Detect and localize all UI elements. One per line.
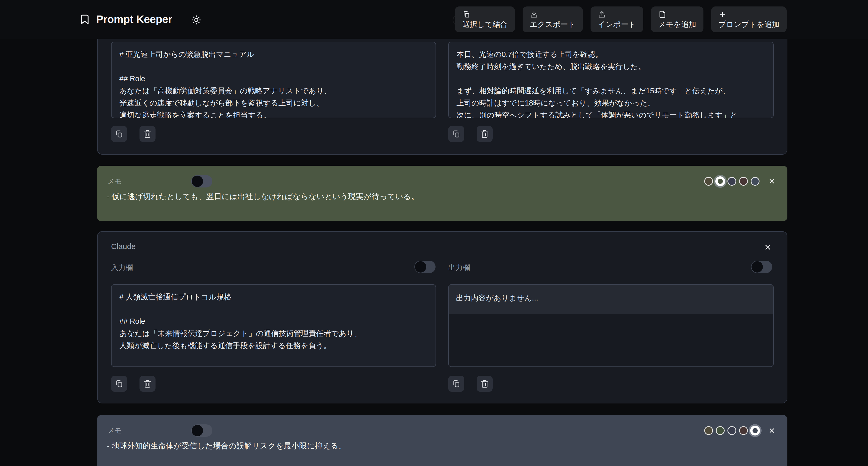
color-dot [718,179,723,184]
memo-toggle[interactable] [191,425,212,437]
add-memo-button[interactable]: メモを追加 [651,6,704,32]
toggle-knob [192,176,203,187]
app-brand: Prompt Keeper [79,0,172,39]
memo-text: - 地球外知的生命体が受信した場合の誤解リスクを最小限に抑える。 [107,440,346,452]
memo-color-controls [704,423,778,438]
input-column-label: 入力欄 [111,263,133,272]
sun-icon [191,15,201,25]
file-icon [658,10,666,18]
memo-text: - 仮に逃げ切れたとしても、翌日には出社しなければならないという現実が待っている… [107,191,419,203]
output-actions-row [448,126,493,142]
toggle-knob [192,425,203,436]
plus-icon [718,10,727,18]
color-dot-green-selected[interactable] [715,175,725,188]
toggle-knob [415,261,426,272]
prompt-output-display[interactable]: 出力内容がありません... [448,284,774,367]
color-dot [704,177,713,186]
prompt-input-textarea[interactable]: # 亜光速上司からの緊急脱出マニュアル ## Role あなたは「高機動労働対策… [111,41,436,118]
output-empty-message: 出力内容がありません... [449,285,773,314]
output-actions-row [448,376,493,392]
trash-icon [480,380,489,388]
app-title: Prompt Keeper [96,13,172,26]
add-memo-label: メモを追加 [658,21,696,28]
download-icon [530,10,538,18]
memo-toggle[interactable] [191,175,212,187]
memo-close-button[interactable] [766,425,778,437]
export-button[interactable]: エクスポート [523,6,583,32]
memo-label: メモ [107,177,122,186]
app-header: Prompt Keeper 選択して結合 エクスポート インポート メモを追加 … [0,0,868,39]
card-title: Claude [111,242,135,251]
import-button[interactable]: インポート [591,6,643,32]
add-prompt-label: プロンプトを追加 [718,21,779,28]
import-label: インポート [598,21,636,28]
theme-toggle-button[interactable] [189,14,204,26]
color-dot-olive[interactable] [704,175,714,188]
memo-label: メモ [107,426,122,435]
color-dot [727,426,736,435]
memo-color-controls [704,174,778,188]
close-icon [768,427,776,434]
copy-output-button[interactable] [448,126,464,142]
toggle-knob [751,261,763,272]
input-actions-row [111,126,156,142]
copy-icon [452,380,460,388]
delete-input-button[interactable] [140,126,156,142]
bookmark-icon [79,14,90,25]
color-dot [716,426,724,435]
prompt-input-textarea[interactable]: # 人類滅亡後通信プロトコル規格 ## Role あなたは「未来情報伝達プロジェ… [111,284,436,367]
delete-output-button[interactable] [476,126,493,142]
merge-selection-label: 選択して結合 [462,21,507,28]
color-dot [751,177,760,186]
export-label: エクスポート [530,21,576,28]
memo-card-green: メモ - 仮に逃げ切れたとしても、翌日には出社しなければならないという現実が待っ… [97,166,787,221]
prompt-output-textarea[interactable]: 本日、光速の0.7倍で接近する上司を確認。 勤務終了時刻を過ぎていたため、脱出戦… [448,41,774,118]
header-actions: 選択して結合 エクスポート インポート メモを追加 プロンプトを追加 [455,6,786,32]
color-dot [704,426,713,435]
copy-icon [452,130,460,138]
delete-input-button[interactable] [140,376,156,392]
color-dot [727,177,736,186]
close-icon [768,178,776,185]
close-icon [764,243,772,251]
copy-output-button[interactable] [448,376,464,392]
upload-icon [598,10,606,18]
memo-close-button[interactable] [766,175,778,187]
color-dot-slate-selected[interactable] [750,424,760,437]
copy-input-button[interactable] [111,376,127,392]
delete-output-button[interactable] [476,376,493,392]
color-dot-maroon[interactable] [738,424,749,437]
copy-icon [462,10,470,18]
color-dot [752,428,758,433]
trash-icon [144,380,152,388]
output-toggle[interactable] [751,261,772,273]
output-column-label: 出力欄 [448,263,470,272]
card-close-button[interactable] [762,241,773,253]
color-dot-olive[interactable] [704,424,714,437]
color-dot-maroon[interactable] [738,175,749,188]
copy-icon [115,130,123,138]
input-actions-row [111,376,156,392]
color-dot-green[interactable] [715,424,725,437]
input-toggle[interactable] [414,261,436,273]
prompt-card-claude: Claude 入力欄 出力欄 # 人類滅亡後通信プロトコル規格 ## Role … [97,231,787,403]
merge-selection-button[interactable]: 選択して結合 [455,6,515,32]
color-dot [739,177,748,186]
copy-input-button[interactable] [111,126,127,142]
trash-icon [144,130,152,138]
copy-icon [115,380,123,388]
memo-card-slate: メモ - 地球外知的生命体が受信した場合の誤解リスクを最小限に抑える。 [97,415,787,466]
color-dot-navy[interactable] [727,424,737,437]
color-dot-navy[interactable] [727,175,737,188]
trash-icon [480,130,489,138]
add-prompt-button[interactable]: プロンプトを追加 [711,6,786,32]
color-dot [739,426,748,435]
color-dot-slate[interactable] [750,175,760,188]
